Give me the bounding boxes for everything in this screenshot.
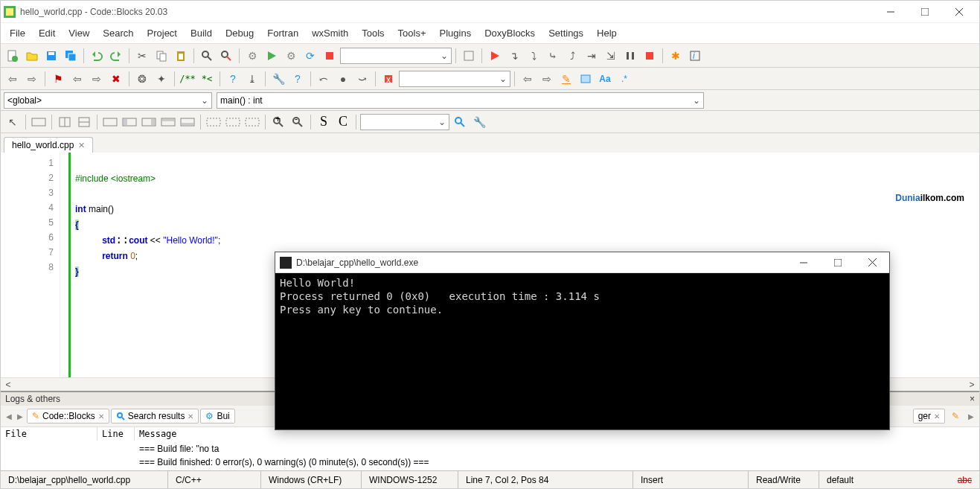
undo-icon[interactable] <box>88 47 106 65</box>
close-button[interactable] <box>942 1 976 23</box>
menu-wxsmith[interactable]: wxSmith <box>306 25 354 42</box>
break-icon[interactable] <box>621 47 639 65</box>
doxy-help-icon[interactable]: ? <box>224 70 242 88</box>
zoom-in-icon[interactable]: + <box>269 113 287 131</box>
menu-search[interactable]: Search <box>97 25 139 42</box>
step-instr-icon[interactable]: ⇲ <box>602 47 620 65</box>
prev-result-icon[interactable]: ⇦ <box>519 70 537 88</box>
menu-debug[interactable]: Debug <box>220 25 260 42</box>
debug-run-icon[interactable] <box>486 47 504 65</box>
match-case-icon[interactable]: Aa <box>596 70 614 88</box>
tab-close-icon[interactable]: ✕ <box>78 141 85 150</box>
rebuild-icon[interactable]: ⟳ <box>301 47 319 65</box>
menu-project[interactable]: Project <box>141 25 183 42</box>
menu-edit[interactable]: Edit <box>33 25 61 42</box>
next-instr-icon[interactable]: ⇥ <box>583 47 601 65</box>
save-icon[interactable] <box>42 47 60 65</box>
search-combo[interactable] <box>399 71 510 87</box>
bookmark-prev-icon[interactable]: ⇦ <box>68 70 86 88</box>
search-symbol-icon[interactable] <box>451 113 469 131</box>
layout5-icon[interactable] <box>179 113 196 131</box>
record-icon[interactable]: ● <box>334 70 352 88</box>
function-combo[interactable]: main() : int <box>217 92 704 109</box>
menu-plugins[interactable]: Plugins <box>434 25 478 42</box>
console-maximize-button[interactable] <box>821 252 855 273</box>
menu-toolsplus[interactable]: Tools+ <box>392 25 432 42</box>
dotted1-icon[interactable] <box>205 113 222 131</box>
scroll-right-icon[interactable]: > <box>966 380 978 390</box>
next-result-icon[interactable]: ⇨ <box>538 70 556 88</box>
split2-icon[interactable] <box>75 113 93 131</box>
next-line-icon[interactable]: ⤵ <box>525 47 542 65</box>
logs-edit-icon[interactable]: ✎ <box>947 407 964 425</box>
copy-icon[interactable] <box>153 47 170 65</box>
step-into-icon[interactable]: ⤷ <box>544 47 562 65</box>
editor-tab-active[interactable]: hello_world.cpp ✕ <box>4 137 93 153</box>
debug-windows-icon[interactable]: ✱ <box>667 47 685 65</box>
bookmark-icon[interactable]: ⚑ <box>49 70 67 88</box>
build-target-combo[interactable] <box>340 48 452 64</box>
menu-file[interactable]: File <box>4 25 31 42</box>
layout1-icon[interactable] <box>101 113 119 131</box>
bookmark-clear-icon[interactable]: ✖ <box>107 70 125 88</box>
target-icon[interactable] <box>460 47 478 65</box>
back-icon[interactable]: ⇦ <box>4 70 22 88</box>
layout2-icon[interactable] <box>121 113 138 131</box>
tab-close-icon[interactable]: ✕ <box>188 412 193 421</box>
console-body[interactable]: Hello World! Process returned 0 (0x0) ex… <box>275 273 889 429</box>
cursor-icon[interactable]: ↖ <box>4 113 22 131</box>
stop-debug-icon[interactable] <box>641 47 659 65</box>
source-c-icon[interactable]: C <box>334 113 352 131</box>
bookmark-next-icon[interactable]: ⇨ <box>88 70 106 88</box>
scope-combo[interactable]: <global> <box>4 92 212 109</box>
tab-close-icon[interactable]: ✕ <box>934 412 940 421</box>
log-tab-build[interactable]: ⚙Bui <box>200 409 234 424</box>
forward-icon[interactable]: ⇨ <box>23 70 41 88</box>
regex-icon[interactable]: .* <box>615 70 633 88</box>
build-icon[interactable]: ⚙ <box>243 47 261 65</box>
new-file-icon[interactable] <box>4 47 22 65</box>
logs-close-icon[interactable]: × <box>970 394 975 404</box>
scroll-left-icon[interactable]: < <box>2 380 14 390</box>
menu-help[interactable]: Help <box>591 25 623 42</box>
doxy2-icon[interactable]: ✦ <box>153 70 170 88</box>
rect1-icon[interactable] <box>30 113 48 131</box>
save-all-icon[interactable] <box>62 47 80 65</box>
layout4-icon[interactable] <box>159 113 177 131</box>
select-icon[interactable] <box>577 70 595 88</box>
wrench-icon[interactable]: 🔧 <box>269 70 287 88</box>
info-icon[interactable]: i <box>686 47 704 65</box>
dotted2-icon[interactable] <box>224 113 242 131</box>
menu-view[interactable]: View <box>63 25 95 42</box>
zoom-out-icon[interactable]: - <box>289 113 307 131</box>
replace-icon[interactable] <box>217 47 235 65</box>
menu-tools[interactable]: Tools <box>356 25 390 42</box>
run-icon[interactable] <box>263 47 281 65</box>
log-tab-search[interactable]: Search results✕ <box>111 409 199 424</box>
open-file-icon[interactable] <box>23 47 41 65</box>
dotted3-icon[interactable] <box>243 113 261 131</box>
minimize-button[interactable] <box>874 1 908 23</box>
maximize-button[interactable] <box>908 1 942 23</box>
console-close-button[interactable] <box>855 252 889 273</box>
step-out-icon[interactable]: ⤴ <box>563 47 581 65</box>
tab-close-icon[interactable]: ✕ <box>98 412 104 421</box>
cut-icon[interactable]: ✂ <box>133 47 151 65</box>
log-tab-codeblocks[interactable]: ✎Code::Blocks✕ <box>27 409 109 424</box>
jump-fwd-icon[interactable]: ⤻ <box>353 70 371 88</box>
comment2-icon[interactable]: *< <box>198 70 216 88</box>
menu-settings[interactable]: Settings <box>542 25 589 42</box>
settings-symbol-icon[interactable]: 🔧 <box>470 113 488 131</box>
find-icon[interactable] <box>198 47 216 65</box>
menu-fortran[interactable]: Fortran <box>261 25 304 42</box>
highlight-icon[interactable]: ✎ <box>557 70 575 88</box>
help-icon[interactable]: ? <box>289 70 307 88</box>
source-s-icon[interactable]: S <box>315 113 333 131</box>
split1-icon[interactable] <box>56 113 74 131</box>
console-minimize-button[interactable] <box>787 252 821 273</box>
doxy1-icon[interactable]: ❂ <box>133 70 151 88</box>
status-spellcheck-icon[interactable]: abc <box>950 471 979 488</box>
log-tab-ger[interactable]: ger✕ <box>913 409 945 424</box>
redo-icon[interactable] <box>107 47 125 65</box>
menu-doxyblocks[interactable]: DoxyBlocks <box>478 25 541 42</box>
